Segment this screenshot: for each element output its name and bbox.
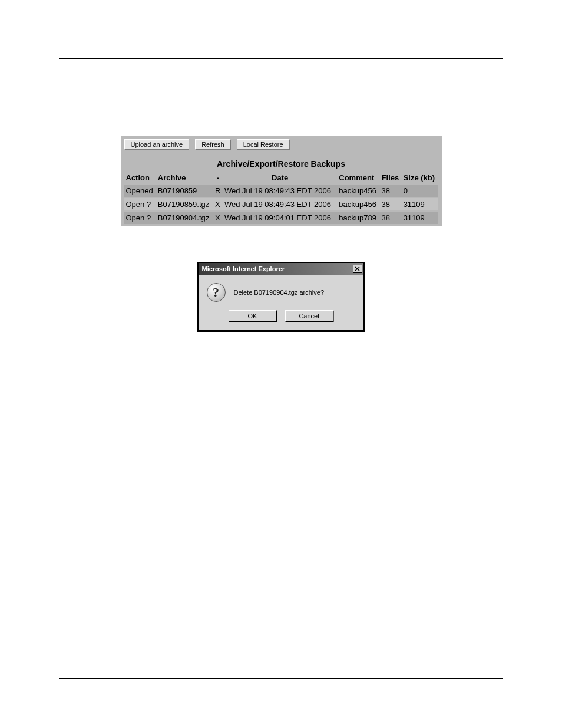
cell-files: 38 (380, 211, 402, 224)
cell-size: 31109 (402, 211, 438, 224)
top-divider (59, 58, 503, 59)
refresh-button[interactable]: Refresh (195, 139, 231, 150)
cell-action: Opened (124, 184, 156, 197)
cell-archive: B07190904.tgz (156, 211, 213, 224)
cell-date: Wed Jul 19 08:49:43 EDT 2006 (223, 197, 337, 211)
col-action: Action (124, 172, 156, 184)
cell-comment: backup456 (337, 184, 379, 197)
col-date: Date (223, 172, 337, 184)
cell-archive: B07190859 (156, 184, 213, 197)
toolbar: Upload an archive Refresh Local Restore (124, 139, 438, 156)
cell-flag[interactable]: X (213, 197, 223, 211)
col-comment: Comment (337, 172, 379, 184)
cell-flag[interactable]: X (213, 211, 223, 224)
table-row: Opened B07190859 R Wed Jul 19 08:49:43 E… (124, 184, 438, 197)
dialog-titlebar: Microsoft Internet Explorer (199, 263, 363, 275)
backup-panel: Upload an archive Refresh Local Restore … (121, 136, 442, 226)
cell-files: 38 (380, 184, 402, 197)
cell-size: 31109 (402, 197, 438, 211)
panel-title: Archive/Export/Restore Backups (124, 156, 438, 172)
cell-comment: backup789 (337, 211, 379, 224)
question-icon: ? (207, 283, 226, 302)
confirm-dialog-wrap: Microsoft Internet Explorer ? Delete B07… (197, 262, 365, 332)
cell-date: Wed Jul 19 09:04:01 EDT 2006 (223, 211, 337, 224)
close-icon[interactable] (353, 265, 362, 273)
table-row: Open ? B07190859.tgz X Wed Jul 19 08:49:… (124, 197, 438, 211)
col-archive: Archive (156, 172, 213, 184)
confirm-dialog: Microsoft Internet Explorer ? Delete B07… (197, 262, 365, 332)
upload-archive-button[interactable]: Upload an archive (124, 139, 190, 150)
table-header-row: Action Archive - Date Comment Files Size… (124, 172, 438, 184)
cell-flag: R (213, 184, 223, 197)
cell-comment: backup456 (337, 197, 379, 211)
local-restore-button[interactable]: Local Restore (237, 139, 290, 150)
dialog-title: Microsoft Internet Explorer (202, 265, 285, 272)
ok-button[interactable]: OK (229, 310, 277, 322)
col-flag: - (213, 172, 223, 184)
backup-table: Action Archive - Date Comment Files Size… (124, 172, 438, 224)
table-row: Open ? B07190904.tgz X Wed Jul 19 09:04:… (124, 211, 438, 224)
dialog-button-row: OK Cancel (199, 307, 363, 330)
cell-date: Wed Jul 19 08:49:43 EDT 2006 (223, 184, 337, 197)
cell-action[interactable]: Open ? (124, 197, 156, 211)
bottom-divider (59, 678, 503, 679)
cell-size: 0 (402, 184, 438, 197)
cancel-button[interactable]: Cancel (285, 310, 333, 322)
dialog-body: ? Delete B07190904.tgz archive? (199, 275, 363, 307)
col-size: Size (kb) (402, 172, 438, 184)
dialog-message: Delete B07190904.tgz archive? (234, 289, 325, 296)
cell-archive: B07190859.tgz (156, 197, 213, 211)
col-files: Files (380, 172, 402, 184)
cell-action[interactable]: Open ? (124, 211, 156, 224)
cell-files: 38 (380, 197, 402, 211)
